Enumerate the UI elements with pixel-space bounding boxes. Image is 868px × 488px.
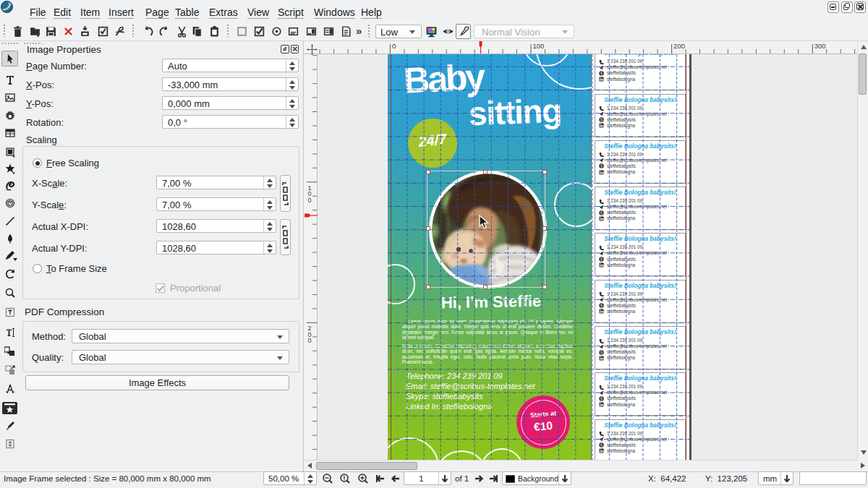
svg-text:300: 300 [814,42,826,50]
svg-text:200: 200 [673,42,685,50]
svg-text:0: 0 [392,42,396,50]
svg-text:100: 100 [533,42,545,50]
